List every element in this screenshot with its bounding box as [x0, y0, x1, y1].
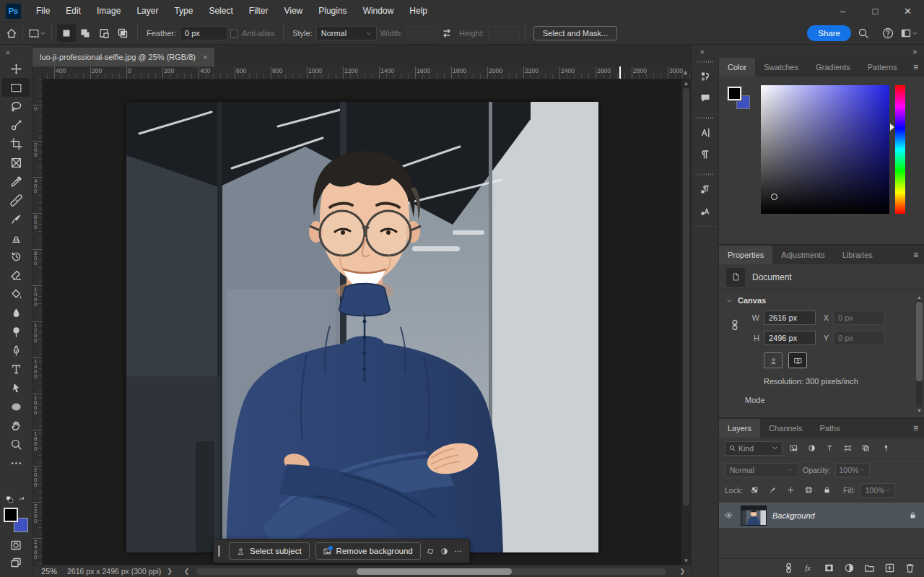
search-icon[interactable]	[858, 27, 869, 39]
filter-frame-small-button[interactable]	[840, 441, 855, 455]
default-colors-icon[interactable]	[6, 495, 14, 503]
collapsed-panel-character[interactable]	[693, 122, 718, 144]
horizontal-scroll-thumb[interactable]	[357, 568, 512, 575]
tab-swatches[interactable]: Swatches	[755, 58, 807, 77]
tool-frame[interactable]	[2, 153, 30, 172]
tool-lasso[interactable]	[2, 97, 30, 116]
switch-colors-icon[interactable]	[18, 495, 26, 503]
collapsed-panel-character-styles[interactable]	[693, 200, 718, 222]
scroll-down-icon[interactable]: ▼	[681, 558, 691, 564]
tool-hand[interactable]	[2, 416, 30, 435]
layer-lock-icon[interactable]	[909, 511, 917, 519]
group-grip[interactable]	[697, 173, 713, 175]
scroll-left-icon[interactable]: ❮	[184, 568, 190, 575]
antialias-checkbox[interactable]	[230, 30, 238, 38]
help-icon[interactable]	[882, 27, 894, 39]
tool-edit-toolbar[interactable]	[2, 454, 30, 472]
hue-slider-cursor[interactable]	[890, 123, 894, 131]
tool-path-selection[interactable]	[2, 378, 30, 397]
new-selection-mode-button[interactable]	[57, 25, 76, 42]
canvas-viewport[interactable]: 02 0 04 0 06 0 08 0 01 0 0 01 2 0 01 4 0…	[32, 79, 691, 565]
canvas-height-input[interactable]	[764, 331, 816, 345]
vertical-scroll-thumb[interactable]	[683, 88, 689, 506]
chevron-down-icon[interactable]	[40, 30, 46, 37]
fx-layer-button[interactable]: fx	[803, 563, 814, 573]
mask-layer-button[interactable]	[824, 563, 834, 573]
menu-window[interactable]: Window	[355, 0, 402, 22]
intersect-selection-mode-button[interactable]	[113, 25, 132, 42]
filter-type-small-button[interactable]	[822, 441, 837, 455]
panel-menu-icon[interactable]: ≡	[913, 419, 918, 438]
menu-select[interactable]: Select	[201, 0, 240, 22]
collapsed-panel-paragraph-styles[interactable]	[693, 178, 718, 200]
scroll-up-icon[interactable]: ▲	[681, 80, 691, 87]
menu-plugins[interactable]: Plugins	[310, 0, 354, 22]
tab-libraries[interactable]: Libraries	[834, 246, 881, 264]
collapse-panels-icon[interactable]: «	[700, 48, 705, 56]
menu-type[interactable]: Type	[166, 0, 201, 22]
tab-layers[interactable]: Layers	[719, 419, 760, 438]
horizontal-ruler[interactable]: ▲ 40020002004006008001000120014001600180…	[32, 66, 691, 79]
collapse-section-icon[interactable]	[726, 298, 733, 304]
filter-adjustment-button[interactable]	[804, 441, 819, 455]
panel-menu-icon[interactable]: ≡	[913, 58, 918, 77]
photo-canvas[interactable]	[126, 102, 598, 552]
foreground-color-swatch[interactable]	[4, 508, 18, 522]
remove-background-button[interactable]: Remove background	[315, 542, 421, 560]
tool-clone-stamp[interactable]	[2, 228, 30, 247]
lock-position-button[interactable]	[785, 484, 797, 496]
collapse-panels-icon[interactable]: »	[912, 48, 917, 56]
workspace-icon[interactable]	[900, 27, 912, 39]
canvas-width-input[interactable]	[764, 311, 816, 325]
tab-channels[interactable]: Channels	[760, 419, 811, 438]
saturation-brightness-field[interactable]	[761, 85, 889, 214]
landscape-orientation-button[interactable]	[788, 352, 807, 368]
group-grip[interactable]	[697, 117, 713, 119]
opacity-field[interactable]: 100%	[835, 463, 870, 477]
tab-patterns[interactable]: Patterns	[859, 58, 906, 77]
add-selection-mode-button[interactable]	[76, 25, 95, 42]
filter-smart-object-button[interactable]	[858, 441, 873, 455]
lock-pixels-button[interactable]	[767, 484, 779, 496]
close-tab-icon[interactable]: ×	[203, 53, 207, 61]
menu-file[interactable]: File	[28, 0, 58, 22]
menu-filter[interactable]: Filter	[241, 0, 276, 22]
scroll-right-icon[interactable]: ❯	[679, 568, 685, 575]
tool-eraser[interactable]	[2, 266, 30, 285]
scroll-thumb[interactable]	[916, 302, 923, 381]
swap-width-height-icon[interactable]	[441, 27, 453, 39]
taskbar-grip-handle[interactable]	[218, 545, 220, 557]
scroll-up-icon[interactable]: ▲	[916, 295, 923, 300]
new-layer-layer-button[interactable]	[884, 563, 895, 573]
home-icon[interactable]	[6, 27, 17, 39]
tool-quick-selection[interactable]	[2, 116, 30, 134]
contextual-task-bar[interactable]: Select subject Remove background	[213, 539, 470, 563]
width-input[interactable]	[406, 26, 438, 40]
menu-image[interactable]: Image	[89, 0, 128, 22]
style-select[interactable]: Normal	[316, 26, 377, 40]
fill-field[interactable]: 100%	[860, 483, 895, 498]
link-dimensions-icon[interactable]	[729, 319, 741, 331]
blend-mode-select[interactable]: Normal	[725, 463, 798, 477]
lock-all-button[interactable]	[821, 484, 833, 496]
subtract-selection-mode-button[interactable]	[95, 25, 113, 42]
properties-scrollbar[interactable]: ▲ ▼	[916, 295, 923, 413]
tab-adjustments[interactable]: Adjustments	[772, 246, 834, 264]
tool-brush[interactable]	[2, 209, 30, 228]
tool-blur[interactable]	[2, 303, 30, 322]
group-layer-button[interactable]	[864, 563, 875, 573]
adjustment-layer-button[interactable]	[844, 563, 855, 573]
quick-mask-button[interactable]	[2, 537, 30, 554]
more-options-icon[interactable]	[454, 547, 462, 555]
vertical-ruler[interactable]: 02 0 04 0 06 0 08 0 01 0 0 01 2 0 01 4 0…	[32, 79, 43, 565]
vertical-scrollbar[interactable]: ▲ ▼	[681, 79, 691, 565]
tool-dodge[interactable]	[2, 322, 30, 341]
canvas-x-input[interactable]	[833, 311, 885, 325]
select-subject-button[interactable]: Select subject	[229, 542, 310, 560]
menu-view[interactable]: View	[276, 0, 310, 22]
menu-layer[interactable]: Layer	[128, 0, 166, 22]
select-and-mask-button[interactable]: Select and Mask...	[533, 26, 618, 40]
lock-transparency-button[interactable]	[749, 484, 761, 496]
tool-type[interactable]	[2, 360, 30, 378]
scroll-up-icon[interactable]: ▲	[682, 69, 689, 76]
